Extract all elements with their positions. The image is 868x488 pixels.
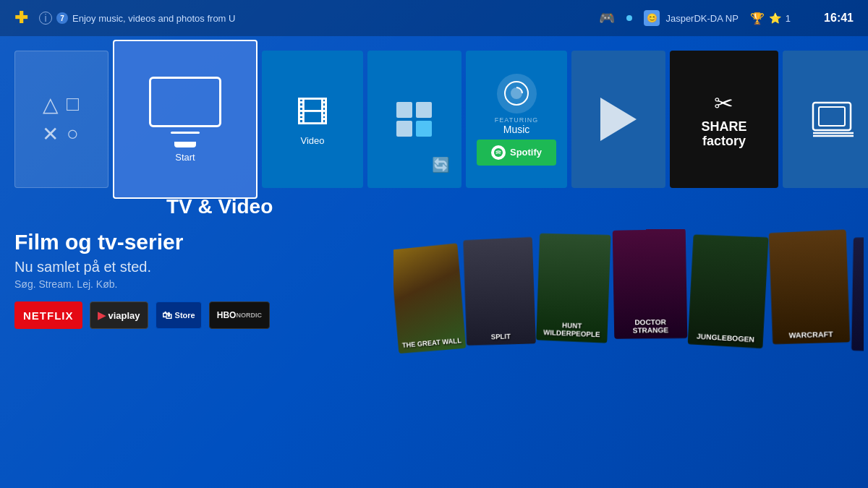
ps-music-logo (497, 74, 537, 114)
ps-logo-svg (503, 80, 529, 106)
poster-title-1: THE GREAT WALL (402, 336, 462, 348)
play-arrow-icon (600, 98, 637, 141)
grid-cell-2 (416, 102, 432, 118)
main-headline: Film og tv-serier (14, 230, 362, 254)
tile-music[interactable]: FEATURING Music Spotify (466, 51, 567, 188)
movie-poster-2[interactable]: SPLIT (463, 237, 536, 346)
content-area: Film og tv-serier Nu samlet på et sted. … (0, 223, 868, 382)
viaplay-logo[interactable]: ▶ viaplay (90, 301, 148, 329)
spotify-label: Spotify (510, 147, 542, 158)
tv-video-label: Start (175, 152, 195, 163)
status-bar: ✚ i 7 Enjoy music, videos and photos fro… (0, 0, 868, 36)
viaplay-text: viaplay (109, 310, 140, 321)
section-title: TV & Video (0, 195, 868, 223)
service-logos: NETFLIX ▶ viaplay 🛍 Store HBO NORDIC (14, 301, 362, 329)
grid-cell-1 (396, 102, 412, 118)
tile-grid-apps[interactable]: 🔄 (367, 51, 461, 188)
tile-gallery[interactable] (783, 51, 868, 188)
netflix-logo[interactable]: NETFLIX (14, 301, 82, 329)
poster-title-4: DOCTOR STRANGE (617, 317, 684, 334)
poster-title-3: HUNTWILDERPEOPLE (543, 320, 600, 338)
share-title: SHAREfactory (701, 120, 746, 149)
user-avatar: 😊 (644, 10, 660, 26)
notification-area: i 7 Enjoy music, videos and photos from … (39, 12, 587, 25)
ps-circle: ○ (64, 122, 81, 146)
info-icon: i (39, 12, 52, 25)
music-tile-inner: FEATURING Music Spotify (466, 51, 567, 188)
tile-tv-video[interactable]: Start (113, 40, 258, 199)
film-icon: 🎞 (296, 93, 329, 132)
psstore-logo[interactable]: 🛍 Store (156, 301, 202, 329)
ps-triangle: △ (42, 93, 59, 116)
store-label: Store (175, 311, 195, 320)
tile-play[interactable] (571, 51, 665, 188)
username: JasperDK-DA NP (665, 13, 738, 24)
svg-rect-4 (819, 107, 845, 126)
spotify-icon (491, 145, 506, 160)
movie-poster-1[interactable]: THE GREAT WALL (393, 243, 467, 354)
trophy-icon: 🏆 (750, 12, 765, 25)
movie-poster-6[interactable]: WARCRAFT (769, 229, 850, 344)
scissors-icon: ✂ (714, 90, 733, 117)
poster-title-5: JUNGLEBOGEN (697, 332, 755, 343)
spotify-bar: Spotify (477, 140, 556, 166)
notification-text: Enjoy music, videos and photos from U (72, 13, 235, 24)
tile-ps-menu[interactable]: △ □ ✕ ○ (14, 51, 109, 188)
poster-title-6: WARCRAFT (788, 330, 833, 339)
app-row: △ □ ✕ ○ Start 🎞 Video 🔄 (0, 36, 868, 202)
hbo-logo[interactable]: HBO NORDIC (209, 301, 270, 329)
ps-plus-icon: ✚ (14, 9, 27, 27)
grid-cell-4 (416, 121, 432, 137)
poster-title-2: SPLIT (491, 333, 511, 341)
notification-badge: 7 (56, 12, 68, 24)
movie-grid: THE GREAT WALL SPLIT HUNTWILDERPEOPLE DO… (393, 227, 864, 378)
spotify-svg (493, 147, 503, 158)
clock: 16:41 (824, 12, 854, 25)
viaplay-arrow: ▶ (98, 309, 106, 321)
movie-poster-3[interactable]: HUNTWILDERPEOPLE (536, 234, 610, 343)
ps-square: □ (64, 93, 81, 116)
tile-video[interactable]: 🎞 Video (262, 51, 363, 188)
svg-point-2 (494, 148, 503, 157)
store-bag-icon: 🛍 (162, 309, 172, 321)
tagline: Søg. Stream. Lej. Køb. (14, 278, 362, 290)
tv-stand (174, 142, 196, 147)
sub-headline: Nu samlet på et sted. (14, 259, 362, 275)
hbo-nordic: NORDIC (236, 312, 262, 319)
share-content: ✂ SHAREfactory (701, 90, 746, 149)
trophy-count: 1 (786, 13, 791, 24)
star-icon: ⭐ (769, 12, 781, 24)
gallery-icon-wrap (812, 101, 855, 137)
movie-poster-4[interactable]: DOCTOR STRANGE (613, 228, 688, 339)
video-label: Video (300, 135, 324, 146)
movie-poster-7[interactable]: SANG (851, 237, 864, 352)
trophy-section: 🏆 ⭐ 1 (750, 12, 791, 25)
featuring-text: FEATURING (495, 116, 538, 124)
grid-cell-3 (396, 121, 412, 137)
user-section: 😊 JasperDK-DA NP (644, 10, 738, 26)
hbo-text: HBO (217, 310, 237, 320)
online-dot (626, 15, 632, 21)
controller-icon: 🎮 (599, 10, 615, 26)
section-title-text: TV & Video (166, 195, 273, 218)
tile-share-factory[interactable]: ✂ SHAREfactory (670, 51, 778, 188)
sync-icon: 🔄 (432, 156, 450, 174)
ps-cross: ✕ (42, 122, 59, 146)
gallery-svg (812, 101, 855, 137)
grid-icon (396, 102, 433, 137)
tv-icon (149, 77, 221, 127)
music-title: Music (503, 124, 530, 135)
movie-poster-5[interactable]: JUNGLEBOGEN (688, 234, 769, 348)
left-content: Film og tv-serier Nu samlet på et sted. … (14, 230, 362, 374)
